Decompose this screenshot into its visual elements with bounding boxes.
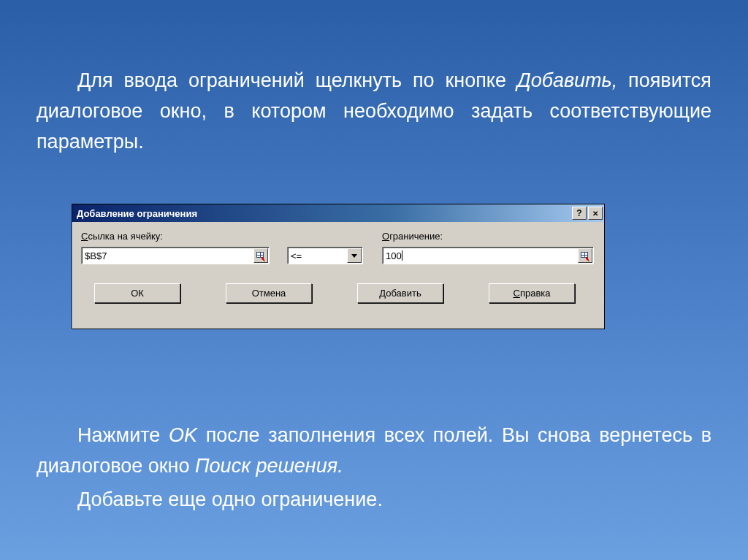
dialog-body: Ссылка на ячейку: Ограничение: $B$7 <= [72,222,604,238]
text-caret [402,250,402,261]
label-mnemonic: О [382,231,389,242]
outro-paragraph-2: Добавьте еще одно ограничение. [37,485,711,515]
text-segment: Нажмите [77,424,169,446]
constraint-text: 100 [386,250,402,261]
text-italic: Добавить, [517,69,618,91]
ok-button[interactable]: ОК [94,283,180,303]
button-label: ОК [131,288,144,299]
label-text: сылка на ячейку: [88,231,163,242]
titlebar-buttons: ? ✕ [572,207,603,220]
chevron-down-icon [351,254,357,258]
constraint-label: Ограничение: [382,231,443,242]
intro-paragraph: Для ввода ограничений щелкнуть по кнопке… [37,66,711,158]
close-button[interactable]: ✕ [588,207,603,220]
cell-ref-label: Ссылка на ячейку: [81,231,163,242]
titlebar: Добавление ограничения ? ✕ [72,204,604,222]
button-label: Добавить [379,288,421,299]
range-selector-icon [256,252,265,259]
cell-ref-value: $B$7 [82,248,253,264]
close-icon: ✕ [592,210,598,218]
range-selector-icon [581,252,589,259]
label-mnemonic: С [81,231,88,242]
add-button[interactable]: Добавить [357,283,443,303]
operator-combo[interactable]: <= [287,247,363,264]
dialog-title: Добавление ограничения [77,208,572,219]
outro-paragraph-block: Нажмите OK после заполнения всех полей. … [29,421,719,523]
constraint-field[interactable]: 100 [382,247,594,264]
constraint-value: 100 [383,248,577,264]
text-segment: Добавьте еще одно ограничение. [77,488,383,510]
button-label: Отмена [252,288,286,299]
dropdown-button[interactable] [347,248,362,263]
cancel-button[interactable]: Отмена [226,283,312,303]
text-segment: Для ввода ограничений щелкнуть по кнопке [77,69,517,91]
add-constraint-dialog: Добавление ограничения ? ✕ Ссылка на яче… [72,204,605,329]
outro-paragraph-1: Нажмите OK после заполнения всех полей. … [37,421,711,482]
help-dialog-button[interactable]: Справка [489,283,575,303]
range-selector-button[interactable] [253,248,268,263]
cell-ref-field[interactable]: $B$7 [81,247,270,264]
intro-paragraph-block: Для ввода ограничений щелкнуть по кнопке… [29,66,719,158]
operator-value: <= [288,248,346,264]
range-selector-button[interactable] [578,248,592,263]
text-italic: Поиск решения. [195,455,343,477]
slide: Для ввода ограничений щелкнуть по кнопке… [0,0,748,560]
text-italic: OK [169,424,197,446]
button-label: Справка [514,288,551,299]
label-text: граничение: [389,231,443,242]
question-icon: ? [576,208,581,218]
help-button[interactable]: ? [572,207,587,220]
